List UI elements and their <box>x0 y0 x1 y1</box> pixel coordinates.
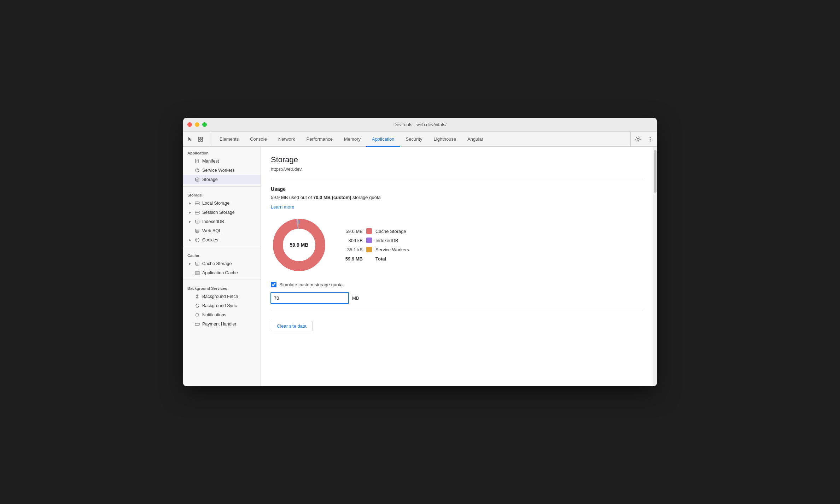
legend-label-sw: Service Workers <box>375 247 409 252</box>
legend-label-indexeddb: IndexedDB <box>375 238 398 243</box>
sidebar: Application Manifest Service Workers <box>183 147 261 386</box>
clear-site-data-button[interactable]: Clear site data <box>271 321 313 331</box>
usage-prefix: 59.9 MB used out of <box>271 195 313 200</box>
panel-title: Storage <box>271 155 643 164</box>
tab-memory[interactable]: Memory <box>338 132 366 147</box>
service-workers-label: Service Workers <box>202 168 234 173</box>
minimize-button[interactable] <box>195 122 199 127</box>
sidebar-section-bg-services: Background Services <box>183 282 261 292</box>
svg-point-5 <box>650 137 651 138</box>
svg-point-22 <box>196 262 199 263</box>
svg-rect-2 <box>198 140 200 141</box>
expand-arrow-indexeddb: ▶ <box>189 220 192 223</box>
usage-description: 59.9 MB used out of 70.0 MB (custom) sto… <box>271 195 643 200</box>
local-storage-icon <box>194 200 200 206</box>
legend-label-cache: Cache Storage <box>375 229 406 234</box>
scrollbar-thumb[interactable] <box>654 150 657 193</box>
sidebar-item-web-sql[interactable]: Web SQL <box>183 226 261 235</box>
panel-url: https://web.dev <box>271 166 643 172</box>
svg-rect-1 <box>201 137 203 139</box>
divider-3 <box>183 280 261 280</box>
tab-application[interactable]: Application <box>366 132 400 147</box>
tab-security[interactable]: Security <box>400 132 428 147</box>
svg-point-16 <box>196 220 199 221</box>
svg-point-17 <box>196 229 199 230</box>
sidebar-item-notifications[interactable]: Notifications <box>183 310 261 320</box>
sidebar-item-local-storage[interactable]: ▶ Local Storage <box>183 199 261 208</box>
svg-point-18 <box>196 238 199 242</box>
sidebar-item-session-storage[interactable]: ▶ Session Storage <box>183 208 261 217</box>
expand-arrow-session: ▶ <box>189 211 192 214</box>
expand-arrow-cookies: ▶ <box>189 238 192 242</box>
sidebar-item-storage[interactable]: Storage <box>183 175 261 184</box>
sidebar-section-application: Application <box>183 147 261 157</box>
tab-console[interactable]: Console <box>244 132 273 147</box>
simulate-quota-checkbox[interactable] <box>271 282 276 287</box>
donut-chart: 59.9 MB <box>271 217 327 273</box>
indexeddb-label: IndexedDB <box>202 219 224 224</box>
section-divider-top <box>271 179 643 179</box>
session-storage-icon <box>194 210 200 215</box>
sidebar-item-service-workers[interactable]: Service Workers <box>183 166 261 175</box>
background-sync-label: Background Sync <box>202 303 237 308</box>
tab-network[interactable]: Network <box>273 132 301 147</box>
web-sql-label: Web SQL <box>202 228 221 233</box>
more-icon[interactable] <box>646 135 655 144</box>
usage-suffix: storage quota <box>351 195 381 200</box>
svg-point-10 <box>197 171 198 171</box>
tab-elements[interactable]: Elements <box>214 132 244 147</box>
svg-point-20 <box>198 239 198 240</box>
learn-more-link[interactable]: Learn more <box>271 204 294 210</box>
svg-point-9 <box>196 169 199 172</box>
chart-legend: 59.6 MB Cache Storage 309 kB IndexedDB 3… <box>342 228 409 262</box>
sidebar-item-background-sync[interactable]: Background Sync <box>183 301 261 310</box>
legend-color-total <box>366 256 372 262</box>
svg-rect-25 <box>195 323 199 326</box>
panel-scrollbar[interactable] <box>653 147 657 386</box>
inspect-icon[interactable] <box>196 135 205 144</box>
maximize-button[interactable] <box>202 122 207 127</box>
svg-rect-23 <box>195 271 199 273</box>
notifications-icon <box>194 312 200 318</box>
legend-value-cache: 59.6 MB <box>342 229 363 234</box>
service-workers-icon <box>194 168 200 173</box>
sidebar-item-background-fetch[interactable]: Background Fetch <box>183 292 261 301</box>
payment-handler-icon <box>194 321 200 327</box>
close-button[interactable] <box>187 122 192 127</box>
usage-quota-bold: 70.0 MB (custom) <box>313 195 351 200</box>
traffic-lights <box>187 122 207 127</box>
svg-rect-13 <box>195 204 199 205</box>
sidebar-item-cache-storage[interactable]: ▶ Cache Storage <box>183 259 261 268</box>
legend-row-cache: 59.6 MB Cache Storage <box>342 228 409 234</box>
quota-unit: MB <box>352 295 359 301</box>
sidebar-item-payment-handler[interactable]: Payment Handler <box>183 320 261 329</box>
titlebar: DevTools - web.dev/vitals/ <box>183 118 657 132</box>
tabbar-right <box>630 132 655 146</box>
settings-icon[interactable] <box>634 135 643 144</box>
legend-color-sw <box>366 247 372 252</box>
quota-input[interactable] <box>271 292 349 304</box>
sidebar-section-storage: Storage <box>183 189 261 199</box>
expand-arrow-local: ▶ <box>189 201 192 205</box>
sidebar-item-cookies[interactable]: ▶ Cookies <box>183 235 261 245</box>
tab-angular[interactable]: Angular <box>462 132 489 147</box>
sidebar-item-manifest[interactable]: Manifest <box>183 157 261 166</box>
legend-color-cache <box>366 228 372 234</box>
divider-1 <box>183 186 261 187</box>
storage-icon <box>194 177 200 182</box>
sidebar-item-application-cache[interactable]: Application Cache <box>183 268 261 277</box>
indexeddb-icon <box>194 219 200 224</box>
legend-value-indexeddb: 309 kB <box>342 238 363 243</box>
legend-label-total: Total <box>375 256 386 262</box>
sidebar-item-indexeddb[interactable]: ▶ IndexedDB <box>183 217 261 226</box>
tab-lighthouse[interactable]: Lighthouse <box>428 132 462 147</box>
svg-point-4 <box>637 138 639 140</box>
tabs-list: Elements Console Network Performance Mem… <box>214 132 630 146</box>
manifest-icon <box>194 158 200 164</box>
expand-arrow-cache: ▶ <box>189 262 192 265</box>
svg-rect-3 <box>201 140 203 141</box>
tab-performance[interactable]: Performance <box>301 132 338 147</box>
svg-point-19 <box>196 239 197 240</box>
cache-storage-label: Cache Storage <box>202 261 232 266</box>
cursor-icon[interactable] <box>185 135 194 144</box>
